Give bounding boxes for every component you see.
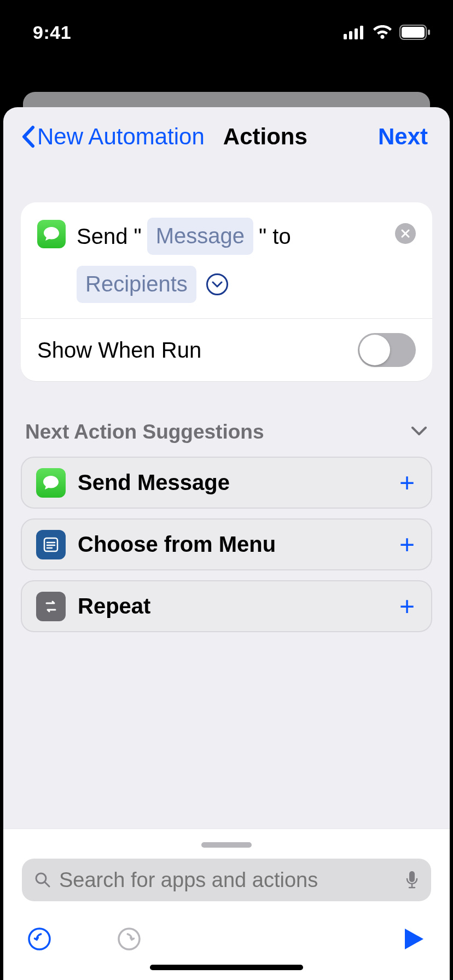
svg-rect-1 xyxy=(349,31,352,39)
messages-app-icon xyxy=(37,220,66,248)
remove-action-button[interactable] xyxy=(395,223,416,244)
messages-app-icon xyxy=(36,468,66,498)
action-card: Send " Message " to Recipients Show When… xyxy=(21,202,432,381)
back-button[interactable]: New Automation xyxy=(21,124,205,150)
status-time: 9:41 xyxy=(33,22,71,43)
battery-icon xyxy=(399,25,431,40)
microphone-icon[interactable] xyxy=(405,870,419,890)
expand-action-button[interactable] xyxy=(206,273,228,295)
status-bar: 9:41 xyxy=(0,0,453,55)
undo-button[interactable] xyxy=(27,927,51,953)
nav-bar: New Automation Actions Next xyxy=(3,107,450,172)
next-button[interactable]: Next xyxy=(378,124,428,150)
svg-rect-2 xyxy=(355,28,358,39)
suggestion-repeat[interactable]: Repeat + xyxy=(21,580,432,632)
suggestion-label: Choose from Menu xyxy=(78,532,385,557)
recipients-token[interactable]: Recipients xyxy=(77,266,196,303)
sheet-grabber[interactable] xyxy=(201,842,252,848)
svg-rect-5 xyxy=(402,27,425,38)
svg-line-14 xyxy=(45,882,49,886)
chevron-down-icon xyxy=(410,425,428,439)
back-label: New Automation xyxy=(37,124,205,150)
message-token[interactable]: Message xyxy=(147,218,253,255)
signal-icon xyxy=(344,25,365,39)
play-icon xyxy=(403,926,426,952)
add-suggestion-button[interactable]: + xyxy=(397,468,417,498)
toggle-knob xyxy=(359,335,390,365)
search-icon xyxy=(34,871,51,889)
suggestion-label: Send Message xyxy=(78,470,385,495)
show-when-run-row: Show When Run xyxy=(21,318,432,381)
home-indicator[interactable] xyxy=(150,965,303,970)
close-icon xyxy=(400,229,410,238)
add-suggestion-button[interactable]: + xyxy=(397,591,417,621)
svg-rect-0 xyxy=(344,34,347,39)
suggestion-send-message[interactable]: Send Message + xyxy=(21,457,432,509)
repeat-icon xyxy=(36,592,66,621)
text-send: Send " xyxy=(77,219,142,253)
sheet-modal: New Automation Actions Next Send " Messa… xyxy=(3,107,450,980)
status-icons xyxy=(344,25,431,40)
search-input[interactable] xyxy=(59,868,397,892)
suggestions-title: Next Action Suggestions xyxy=(25,421,264,444)
run-button[interactable] xyxy=(403,926,426,954)
svg-point-16 xyxy=(29,929,50,949)
suggestion-label: Repeat xyxy=(78,594,385,619)
show-when-run-label: Show When Run xyxy=(37,338,201,363)
svg-point-17 xyxy=(119,929,140,949)
chevron-down-icon xyxy=(212,281,223,288)
svg-marker-18 xyxy=(405,929,423,949)
redo-icon xyxy=(117,927,141,951)
search-bar[interactable] xyxy=(22,859,431,901)
suggestions-header[interactable]: Next Action Suggestions xyxy=(3,381,450,457)
svg-rect-6 xyxy=(428,30,430,35)
svg-rect-3 xyxy=(360,26,363,39)
toolbar xyxy=(3,901,450,954)
nav-title: Actions xyxy=(223,124,307,150)
send-message-action-row[interactable]: Send " Message " to Recipients xyxy=(21,202,432,318)
bottom-panel xyxy=(3,829,450,980)
menu-icon xyxy=(36,530,66,559)
redo-button[interactable] xyxy=(117,927,141,953)
svg-rect-15 xyxy=(409,871,415,882)
add-suggestion-button[interactable]: + xyxy=(397,529,417,559)
text-to: " to xyxy=(259,219,291,253)
suggestion-choose-from-menu[interactable]: Choose from Menu + xyxy=(21,518,432,570)
show-when-run-toggle[interactable] xyxy=(358,333,416,367)
chevron-left-icon xyxy=(21,125,35,148)
undo-icon xyxy=(27,927,51,951)
action-text: Send " Message " to Recipients xyxy=(77,218,384,303)
wifi-icon xyxy=(372,25,393,40)
